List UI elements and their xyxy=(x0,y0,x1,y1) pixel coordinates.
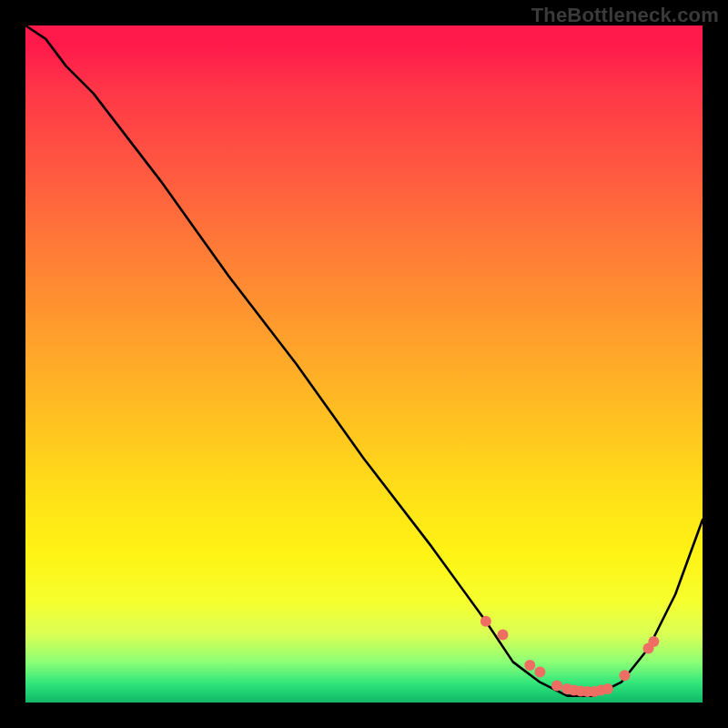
curve-marker xyxy=(524,660,535,671)
curve-svg xyxy=(25,25,703,703)
curve-marker xyxy=(480,616,491,627)
bottleneck-curve-path xyxy=(25,25,703,696)
curve-marker xyxy=(648,636,659,647)
curve-marker xyxy=(619,670,630,681)
attribution-text: TheBottleneck.com xyxy=(531,4,719,27)
curve-marker xyxy=(498,630,509,641)
marker-group xyxy=(480,616,660,697)
chart-frame: TheBottleneck.com xyxy=(0,0,728,728)
plot-area xyxy=(25,25,703,703)
curve-marker xyxy=(602,683,613,694)
curve-marker xyxy=(534,667,545,678)
curve-marker xyxy=(551,680,562,691)
